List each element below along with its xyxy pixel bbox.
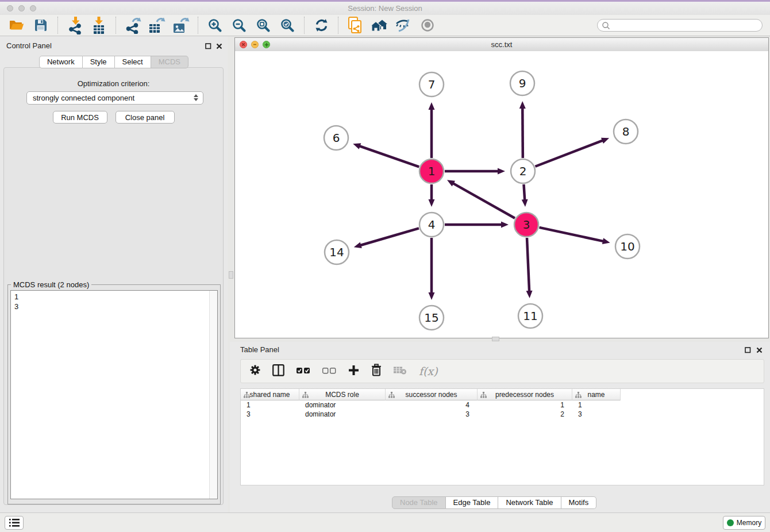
graph-edge-1-2[interactable] bbox=[445, 168, 505, 175]
save-session-button[interactable] bbox=[31, 16, 51, 34]
memory-button[interactable]: Memory bbox=[723, 516, 765, 530]
add-column-button[interactable] bbox=[348, 365, 359, 378]
table-cell[interactable]: 4 bbox=[386, 401, 478, 409]
graph-node-10[interactable]: 10 bbox=[615, 234, 640, 259]
graph-edge-3-11[interactable] bbox=[526, 238, 533, 298]
graph-edge-1-6[interactable] bbox=[353, 143, 419, 167]
graph-edge-4-14[interactable] bbox=[354, 228, 419, 248]
graph-node-4[interactable]: 4 bbox=[419, 213, 444, 237]
open-session-button[interactable] bbox=[7, 16, 26, 34]
graph-node-label: 6 bbox=[333, 131, 340, 145]
export-table-button[interactable] bbox=[147, 16, 167, 34]
network-close-button[interactable] bbox=[240, 41, 247, 48]
vertical-divider-handle[interactable] bbox=[229, 271, 233, 279]
memory-label: Memory bbox=[737, 519, 761, 527]
graph-node-14[interactable]: 14 bbox=[325, 240, 349, 264]
status-bar: Memory bbox=[0, 512, 770, 532]
column-header-shared-name[interactable]: shared name bbox=[241, 389, 299, 400]
graph-edge-2-8[interactable] bbox=[535, 138, 609, 167]
graph-edge-1-4[interactable] bbox=[429, 184, 435, 207]
network-canvas[interactable]: 1234678910111415 bbox=[235, 51, 768, 338]
zoom-out-button[interactable] bbox=[229, 16, 249, 34]
show-columns-button[interactable] bbox=[272, 364, 284, 379]
graph-edge-1-7[interactable] bbox=[429, 102, 435, 158]
graph-node-9[interactable]: 9 bbox=[510, 71, 534, 95]
horizontal-divider-handle[interactable] bbox=[492, 337, 499, 341]
column-header-successor-nodes[interactable]: successor nodes bbox=[386, 389, 478, 400]
run-mcds-button[interactable]: Run MCDS bbox=[53, 111, 107, 124]
graph-node-6[interactable]: 6 bbox=[324, 126, 348, 150]
select-all-columns-button[interactable] bbox=[297, 366, 310, 376]
graph-node-1[interactable]: 1 bbox=[419, 159, 444, 183]
table-cell[interactable]: 3 bbox=[572, 410, 621, 418]
tab-network[interactable]: Network bbox=[39, 56, 83, 68]
graph-edge-2-3[interactable] bbox=[522, 184, 528, 207]
table-settings-button[interactable] bbox=[250, 365, 260, 377]
task-history-button[interactable] bbox=[5, 516, 24, 530]
graph-edge-3-1[interactable] bbox=[447, 180, 515, 218]
graph-node-8[interactable]: 8 bbox=[614, 119, 638, 144]
graph-node-7[interactable]: 7 bbox=[419, 72, 444, 97]
column-header-name[interactable]: name bbox=[572, 389, 621, 400]
refresh-network-button[interactable] bbox=[311, 16, 331, 34]
delete-columns-button[interactable] bbox=[371, 364, 382, 379]
graph-node-3[interactable]: 3 bbox=[514, 213, 538, 237]
unchecked-boxes-icon bbox=[322, 368, 336, 374]
table-cell[interactable]: 1 bbox=[572, 401, 621, 409]
table-cell[interactable]: 1 bbox=[478, 401, 572, 409]
column-header-MCDS-role[interactable]: MCDS role bbox=[299, 389, 386, 400]
export-image-button[interactable] bbox=[171, 16, 191, 34]
table-cell[interactable]: 2 bbox=[478, 410, 572, 418]
unselect-all-columns-button[interactable] bbox=[322, 366, 336, 376]
tab-motifs[interactable]: Motifs bbox=[561, 496, 597, 509]
table-row[interactable]: 1dominator411 bbox=[241, 400, 764, 410]
network-minimize-button[interactable] bbox=[251, 41, 259, 48]
export-network-button[interactable] bbox=[123, 16, 143, 34]
graph-edge-4-3[interactable] bbox=[445, 222, 509, 228]
zoom-selected-button[interactable] bbox=[278, 16, 297, 34]
table-row[interactable]: 3dominator323 bbox=[241, 410, 764, 419]
close-panel-icon[interactable] bbox=[216, 41, 222, 52]
search-input[interactable] bbox=[612, 20, 762, 31]
result-scrollbar[interactable] bbox=[209, 291, 217, 499]
home-layout-button[interactable] bbox=[369, 16, 389, 34]
zoom-fit-button[interactable] bbox=[253, 16, 273, 34]
show-panel-button[interactable] bbox=[418, 16, 437, 34]
graph-node-15[interactable]: 15 bbox=[419, 306, 444, 330]
hide-panels-button[interactable] bbox=[394, 16, 413, 34]
zoom-in-button[interactable] bbox=[205, 16, 225, 34]
graph-edge-3-10[interactable] bbox=[539, 228, 610, 244]
graph-edge-2-9[interactable] bbox=[519, 101, 526, 158]
network-window-titlebar[interactable]: scc.txt bbox=[235, 38, 768, 52]
optimization-criterion-dropdown[interactable]: strongly connected component bbox=[26, 91, 203, 105]
float-panel-icon[interactable] bbox=[205, 41, 211, 52]
tab-style[interactable]: Style bbox=[83, 56, 115, 68]
import-table-icon bbox=[91, 17, 107, 34]
network-maximize-button[interactable] bbox=[263, 41, 270, 48]
float-table-panel-icon[interactable] bbox=[745, 345, 751, 356]
table-cell[interactable]: 3 bbox=[241, 410, 299, 418]
graph-edge-4-15[interactable] bbox=[429, 238, 435, 300]
import-network-button[interactable] bbox=[65, 16, 84, 34]
graph-node-2[interactable]: 2 bbox=[511, 159, 535, 183]
table-cell[interactable]: 1 bbox=[241, 401, 299, 409]
graph-node-11[interactable]: 11 bbox=[518, 304, 542, 328]
tab-network-table[interactable]: Network Table bbox=[498, 496, 561, 509]
close-panel-button[interactable]: Close panel bbox=[116, 111, 175, 124]
column-header-predecessor-nodes[interactable]: predecessor nodes bbox=[478, 389, 572, 400]
table-cell[interactable]: 3 bbox=[386, 410, 478, 418]
mcds-result-group: MCDS result (2 nodes) 13 bbox=[7, 284, 221, 504]
delete-table-button[interactable] bbox=[394, 365, 407, 377]
tab-select[interactable]: Select bbox=[115, 56, 151, 68]
tab-edge-table[interactable]: Edge Table bbox=[446, 496, 499, 509]
import-table-button[interactable] bbox=[89, 16, 109, 34]
table-cell[interactable]: dominator bbox=[299, 410, 386, 418]
mcds-result-textarea[interactable]: 13 bbox=[10, 290, 218, 499]
tab-mcds[interactable]: MCDS bbox=[151, 56, 188, 68]
function-builder-button[interactable]: f(x) bbox=[419, 366, 438, 377]
search-field[interactable] bbox=[597, 19, 763, 32]
network-file-button[interactable] bbox=[345, 16, 365, 34]
tab-node-table[interactable]: Node Table bbox=[392, 496, 446, 509]
table-cell[interactable]: dominator bbox=[299, 401, 386, 409]
close-table-panel-icon[interactable] bbox=[756, 345, 763, 356]
